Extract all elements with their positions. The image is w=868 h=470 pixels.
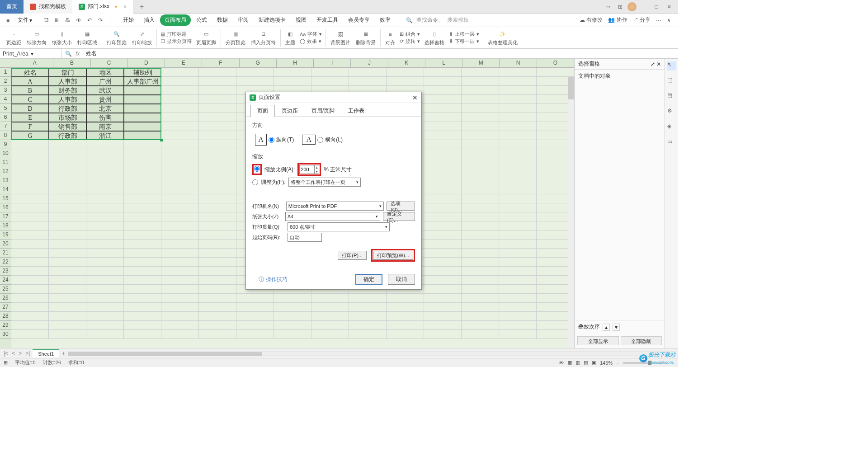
col-header[interactable]: L [425, 59, 462, 67]
row-header[interactable]: 29 [0, 321, 11, 330]
cell[interactable] [49, 285, 86, 294]
cell[interactable] [311, 303, 349, 312]
cell[interactable] [424, 258, 462, 267]
cell[interactable] [124, 249, 161, 258]
cell[interactable] [462, 312, 499, 321]
cell[interactable] [11, 249, 49, 258]
cell[interactable] [161, 312, 199, 321]
cell[interactable] [274, 330, 311, 339]
cell[interactable] [161, 158, 199, 167]
rb-bg[interactable]: 🖼背景图片 [328, 30, 353, 46]
cell[interactable] [86, 158, 124, 167]
cell[interactable] [499, 321, 537, 330]
cell[interactable] [124, 122, 161, 131]
cell[interactable] [49, 249, 86, 258]
cell[interactable] [49, 294, 86, 303]
cell[interactable] [199, 267, 236, 276]
cell[interactable] [424, 167, 462, 176]
print-icon[interactable]: 🖶 [63, 15, 73, 25]
horizontal-scrollbar[interactable] [68, 351, 675, 356]
cell[interactable] [424, 86, 462, 95]
cell[interactable] [124, 212, 161, 221]
next-sheet-icon[interactable]: > [18, 350, 23, 357]
cell[interactable] [499, 221, 537, 230]
settings-icon[interactable]: ⚙ [667, 108, 676, 117]
cell[interactable]: 地区 [86, 68, 124, 77]
search-icon[interactable]: 🔍 [406, 17, 413, 24]
cell[interactable] [86, 267, 124, 276]
fill-handle[interactable] [160, 139, 163, 141]
sheet-tab[interactable]: Sheet1 [33, 349, 59, 357]
cell[interactable]: B [11, 86, 49, 95]
col-header[interactable]: M [462, 59, 500, 67]
cell[interactable] [161, 95, 199, 104]
cell[interactable] [49, 185, 86, 194]
maximize-icon[interactable]: □ [651, 1, 662, 12]
cell[interactable] [499, 276, 537, 285]
cell[interactable] [499, 212, 537, 221]
rb-fwd[interactable]: ⬆ 上移一层 ▾ [449, 31, 479, 38]
cell[interactable] [387, 294, 424, 303]
cell[interactable]: 销售部 [49, 122, 86, 131]
scale-ratio-radio[interactable] [254, 166, 260, 172]
template-search[interactable]: 搜索模板 [447, 16, 469, 24]
collapse-ribbon-icon[interactable]: ∧ [667, 17, 671, 24]
cell[interactable] [161, 321, 199, 330]
row-header[interactable]: 21 [0, 249, 11, 258]
cell[interactable] [124, 230, 161, 240]
row-header[interactable]: 26 [0, 294, 11, 303]
more-icon[interactable]: ⋯ [656, 17, 661, 24]
apps-icon[interactable]: ⊞ [615, 1, 626, 12]
start-page-input[interactable]: 自动 [288, 233, 322, 242]
cell[interactable] [424, 104, 462, 113]
cell[interactable] [124, 176, 161, 185]
cell[interactable] [499, 86, 537, 95]
cell[interactable] [311, 68, 349, 77]
cell[interactable] [499, 167, 537, 176]
cell[interactable] [124, 131, 161, 140]
save-icon[interactable]: 🖫 [41, 15, 51, 25]
cell[interactable] [161, 258, 199, 267]
row-header[interactable]: 24 [0, 276, 11, 285]
cell[interactable] [199, 158, 236, 167]
cell[interactable] [311, 321, 349, 330]
cell[interactable] [199, 294, 236, 303]
pin-icon[interactable]: ⤢ [651, 61, 655, 67]
cell[interactable] [11, 221, 49, 230]
location-icon[interactable]: ◈ [667, 123, 676, 132]
cell[interactable] [199, 140, 236, 149]
first-sheet-icon[interactable]: |< [3, 350, 9, 357]
move-up-icon[interactable]: ▴ [603, 324, 610, 331]
cell[interactable]: 辅助列 [124, 68, 161, 77]
cell[interactable] [124, 167, 161, 176]
rb-size[interactable]: ▯纸张大小 [49, 30, 75, 46]
ok-button[interactable]: 确定 [355, 274, 382, 285]
cell[interactable] [274, 77, 311, 86]
rb-rotate[interactable]: ⟳ 旋转 ▾ [400, 38, 420, 45]
cell[interactable] [424, 249, 462, 258]
cell[interactable] [424, 203, 462, 212]
cell[interactable] [86, 221, 124, 230]
tips-link[interactable]: ⓘ操作技巧 [252, 276, 288, 283]
cell[interactable] [161, 149, 199, 158]
row-header[interactable]: 7 [0, 122, 11, 131]
cell[interactable] [49, 203, 86, 212]
cell[interactable] [462, 176, 499, 185]
cell[interactable] [499, 230, 537, 240]
cell[interactable] [499, 131, 537, 140]
col-header[interactable]: J [351, 59, 388, 67]
cell[interactable] [86, 212, 124, 221]
cell[interactable] [236, 321, 274, 330]
row-header[interactable]: 8 [0, 131, 11, 140]
save-as-icon[interactable]: 🗎 [52, 15, 62, 25]
cell[interactable] [49, 158, 86, 167]
rb-beautify[interactable]: ✨表格整理美化 [485, 30, 520, 46]
cell[interactable] [161, 249, 199, 258]
row-header[interactable]: 15 [0, 194, 11, 203]
row-header[interactable]: 3 [0, 86, 11, 95]
cell[interactable] [199, 276, 236, 285]
cell[interactable] [424, 276, 462, 285]
cell[interactable] [499, 113, 537, 122]
cell[interactable] [124, 113, 161, 122]
tab-templates[interactable]: 找稻壳模板 [24, 0, 72, 14]
